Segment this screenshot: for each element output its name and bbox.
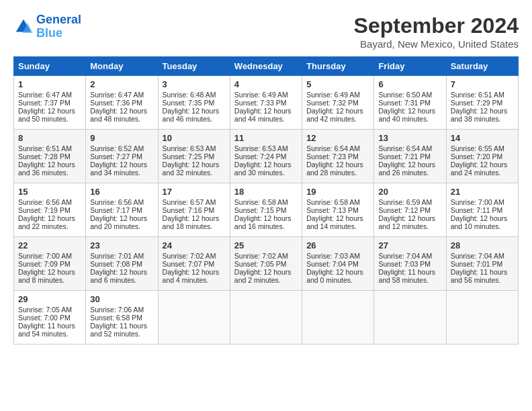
daylight-text: Daylight: 12 hours and 40 minutes. [378, 107, 435, 123]
sunrise-text: Sunrise: 6:56 AM [90, 198, 144, 206]
day-number: 25 [234, 240, 298, 250]
day-number: 15 [18, 187, 81, 197]
calendar-header-cell: Sunday [14, 57, 86, 76]
calendar-cell: 17Sunrise: 6:57 AMSunset: 7:16 PMDayligh… [158, 183, 230, 237]
sunset-text: Sunset: 7:09 PM [18, 260, 71, 268]
day-number: 14 [451, 133, 514, 143]
calendar-header-cell: Saturday [446, 57, 518, 76]
daylight-text: Daylight: 11 hours and 54 minutes. [18, 322, 75, 338]
day-number: 30 [90, 294, 153, 304]
sunrise-text: Sunrise: 7:02 AM [234, 252, 288, 260]
calendar-cell: 23Sunrise: 7:01 AMSunset: 7:08 PMDayligh… [86, 237, 158, 291]
sunset-text: Sunset: 7:15 PM [234, 206, 287, 214]
calendar-cell: 4Sunrise: 6:49 AMSunset: 7:33 PMDaylight… [230, 76, 302, 130]
sunset-text: Sunset: 7:04 PM [306, 260, 359, 268]
sunrise-text: Sunrise: 6:54 AM [306, 144, 360, 152]
sunset-text: Sunset: 7:19 PM [18, 206, 71, 214]
day-number: 16 [90, 187, 153, 197]
calendar-cell [158, 291, 230, 345]
sunset-text: Sunset: 7:29 PM [451, 99, 503, 107]
calendar-cell: 24Sunrise: 7:02 AMSunset: 7:07 PMDayligh… [158, 237, 230, 291]
day-number: 10 [163, 133, 226, 143]
day-number: 1 [18, 79, 81, 89]
month-title: September 2024 [354, 13, 519, 38]
calendar-cell: 7Sunrise: 6:51 AMSunset: 7:29 PMDaylight… [446, 76, 518, 130]
sunset-text: Sunset: 7:16 PM [163, 206, 215, 214]
calendar-header-cell: Wednesday [230, 57, 302, 76]
daylight-text: Daylight: 12 hours and 50 minutes. [18, 107, 75, 123]
sunset-text: Sunset: 7:13 PM [306, 206, 359, 214]
daylight-text: Daylight: 12 hours and 42 minutes. [306, 107, 363, 123]
calendar-cell: 28Sunrise: 7:04 AMSunset: 7:01 PMDayligh… [446, 237, 518, 291]
day-number: 19 [306, 187, 369, 197]
calendar-cell: 29Sunrise: 7:05 AMSunset: 7:00 PMDayligh… [14, 291, 86, 345]
daylight-text: Daylight: 12 hours and 26 minutes. [378, 161, 435, 177]
daylight-text: Daylight: 12 hours and 18 minutes. [163, 214, 220, 230]
daylight-text: Daylight: 12 hours and 32 minutes. [163, 161, 220, 177]
sunset-text: Sunset: 7:20 PM [451, 152, 503, 161]
calendar-cell [302, 291, 374, 345]
logo-text: GeneralBlue [36, 13, 81, 40]
sunrise-text: Sunrise: 6:48 AM [163, 91, 216, 99]
daylight-text: Daylight: 12 hours and 38 minutes. [451, 107, 508, 123]
calendar-week-row: 1Sunrise: 6:47 AMSunset: 7:37 PMDaylight… [14, 76, 519, 130]
day-number: 23 [90, 240, 153, 250]
daylight-text: Daylight: 12 hours and 48 minutes. [90, 107, 147, 123]
daylight-text: Daylight: 12 hours and 44 minutes. [234, 107, 292, 123]
sunrise-text: Sunrise: 7:00 AM [451, 198, 504, 206]
sunrise-text: Sunrise: 6:53 AM [234, 144, 288, 152]
daylight-text: Daylight: 12 hours and 34 minutes. [90, 161, 147, 177]
calendar-cell [446, 291, 518, 345]
logo: GeneralBlue [13, 13, 81, 40]
calendar-header-row: SundayMondayTuesdayWednesdayThursdayFrid… [14, 57, 519, 76]
day-number: 5 [306, 79, 369, 89]
sunrise-text: Sunrise: 7:01 AM [90, 252, 144, 260]
sunrise-text: Sunrise: 6:47 AM [18, 91, 72, 99]
calendar-cell: 9Sunrise: 6:52 AMSunset: 7:27 PMDaylight… [86, 130, 158, 183]
daylight-text: Daylight: 12 hours and 36 minutes. [18, 161, 75, 177]
daylight-text: Daylight: 12 hours and 14 minutes. [306, 214, 363, 230]
sunrise-text: Sunrise: 6:50 AM [378, 91, 432, 99]
calendar-cell: 10Sunrise: 6:53 AMSunset: 7:25 PMDayligh… [158, 130, 230, 183]
calendar-week-row: 29Sunrise: 7:05 AMSunset: 7:00 PMDayligh… [14, 291, 519, 345]
calendar-cell: 22Sunrise: 7:00 AMSunset: 7:09 PMDayligh… [14, 237, 86, 291]
calendar-header-cell: Thursday [302, 57, 374, 76]
sunrise-text: Sunrise: 6:59 AM [378, 198, 432, 206]
day-number: 29 [18, 294, 81, 304]
daylight-text: Daylight: 12 hours and 12 minutes. [378, 214, 435, 230]
sunset-text: Sunset: 7:36 PM [90, 99, 142, 107]
sunrise-text: Sunrise: 7:00 AM [18, 252, 72, 260]
sunrise-text: Sunrise: 6:58 AM [306, 198, 360, 206]
sunset-text: Sunset: 7:03 PM [378, 260, 431, 268]
daylight-text: Daylight: 12 hours and 30 minutes. [234, 161, 292, 177]
location-title: Bayard, New Mexico, United States [354, 38, 519, 50]
day-number: 24 [163, 240, 226, 250]
calendar-cell: 8Sunrise: 6:51 AMSunset: 7:28 PMDaylight… [14, 130, 86, 183]
calendar-header-cell: Friday [374, 57, 446, 76]
title-area: September 2024 Bayard, New Mexico, Unite… [354, 13, 519, 50]
calendar-table: SundayMondayTuesdayWednesdayThursdayFrid… [13, 56, 519, 345]
daylight-text: Daylight: 12 hours and 46 minutes. [163, 107, 220, 123]
sunrise-text: Sunrise: 6:52 AM [90, 144, 144, 152]
daylight-text: Daylight: 12 hours and 24 minutes. [451, 161, 508, 177]
sunrise-text: Sunrise: 6:56 AM [18, 198, 72, 206]
calendar-cell: 1Sunrise: 6:47 AMSunset: 7:37 PMDaylight… [14, 76, 86, 130]
calendar-cell: 27Sunrise: 7:04 AMSunset: 7:03 PMDayligh… [374, 237, 446, 291]
sunset-text: Sunset: 7:37 PM [18, 99, 71, 107]
daylight-text: Daylight: 11 hours and 52 minutes. [90, 322, 147, 338]
daylight-text: Daylight: 12 hours and 22 minutes. [18, 214, 75, 230]
sunrise-text: Sunrise: 7:06 AM [90, 306, 144, 314]
daylight-text: Daylight: 12 hours and 10 minutes. [451, 214, 508, 230]
day-number: 18 [234, 187, 298, 197]
sunset-text: Sunset: 7:32 PM [306, 99, 359, 107]
calendar-cell: 5Sunrise: 6:49 AMSunset: 7:32 PMDaylight… [302, 76, 374, 130]
day-number: 27 [378, 240, 441, 250]
day-number: 28 [451, 240, 514, 250]
day-number: 21 [451, 187, 514, 197]
sunset-text: Sunset: 7:17 PM [90, 206, 142, 214]
sunrise-text: Sunrise: 6:54 AM [378, 144, 432, 152]
sunrise-text: Sunrise: 6:51 AM [18, 144, 72, 152]
daylight-text: Daylight: 12 hours and 8 minutes. [18, 268, 75, 284]
calendar-week-row: 22Sunrise: 7:00 AMSunset: 7:09 PMDayligh… [14, 237, 519, 291]
sunset-text: Sunset: 7:24 PM [234, 152, 287, 161]
